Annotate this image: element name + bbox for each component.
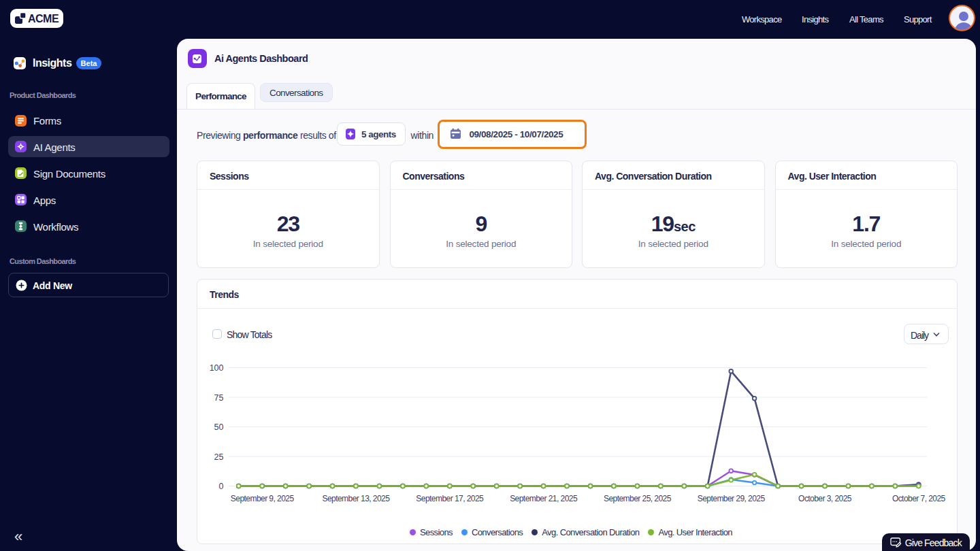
svg-text:September 29, 2025: September 29, 2025 <box>698 494 766 503</box>
svg-text:September 17, 2025: September 17, 2025 <box>416 494 484 503</box>
svg-text:100: 100 <box>210 363 224 373</box>
svg-text:October 7, 2025: October 7, 2025 <box>892 494 946 503</box>
svg-text:25: 25 <box>214 452 224 462</box>
svg-text:October 3, 2025: October 3, 2025 <box>798 494 852 503</box>
svg-text:September 21, 2025: September 21, 2025 <box>510 494 578 503</box>
svg-text:September 25, 2025: September 25, 2025 <box>604 494 672 503</box>
svg-text:50: 50 <box>214 422 224 432</box>
svg-text:September 9, 2025: September 9, 2025 <box>231 494 295 503</box>
svg-text:0: 0 <box>219 482 224 491</box>
svg-text:September 13, 2025: September 13, 2025 <box>322 494 390 503</box>
svg-text:75: 75 <box>214 393 224 403</box>
